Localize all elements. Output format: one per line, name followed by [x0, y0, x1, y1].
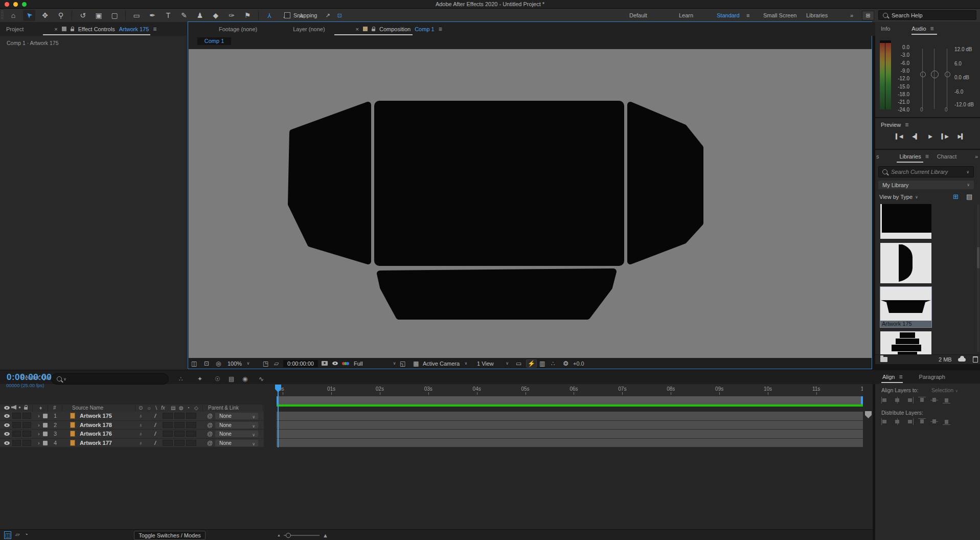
distribute-button[interactable]	[906, 418, 914, 425]
tab-character[interactable]: Charact	[937, 153, 957, 160]
channels-icon[interactable]	[343, 358, 349, 369]
workspace-menu-icon[interactable]: ≡	[746, 9, 749, 22]
close-tab-icon[interactable]: ×	[356, 26, 359, 32]
distribute-button[interactable]	[894, 418, 901, 425]
expand-layer-switches-icon[interactable]: ◫	[4, 531, 11, 539]
layer-row[interactable]: ›4Artwork 177♁/@None∨	[0, 439, 264, 448]
collapse-transformations-icon[interactable]: ♁	[139, 413, 143, 419]
snap-angle-icon[interactable]: ↗	[326, 12, 330, 19]
layer-switch-cell[interactable]	[186, 413, 196, 419]
rotation-tool[interactable]: ↺	[77, 10, 89, 21]
zoom-level-select[interactable]: 100% ∨	[227, 358, 249, 369]
monitor-icon[interactable]: ⊡	[204, 358, 209, 369]
layer-switch-cell[interactable]	[163, 440, 173, 446]
quality-icon[interactable]: /	[154, 440, 156, 446]
tab-project[interactable]: Project	[6, 26, 24, 32]
rectangle-tool[interactable]: ▭	[130, 10, 143, 21]
layer-duration-bar[interactable]	[277, 430, 863, 439]
view-layout-select[interactable]: 1 View ∨	[477, 358, 509, 369]
current-time-box[interactable]: 0:00:00:00	[283, 358, 318, 369]
layer-expand-icon[interactable]: ›	[38, 422, 40, 428]
tab-align[interactable]: Align	[882, 374, 895, 380]
master-level-slider[interactable]	[934, 49, 935, 109]
graph-editor-icon[interactable]: ∿	[259, 375, 264, 382]
align-to-select[interactable]: Selection ∨	[931, 387, 958, 393]
layer-switch-cell[interactable]	[163, 413, 173, 419]
panel-menu-icon[interactable]: ≡	[439, 26, 442, 33]
cloud-sync-icon[interactable]	[958, 358, 966, 362]
roto-brush-tool[interactable]: ✑	[225, 10, 238, 21]
comp-marker-bin-icon[interactable]	[865, 411, 872, 418]
workspace-default[interactable]: Default	[629, 9, 647, 22]
pan-behind-tool[interactable]: ▢	[108, 10, 121, 21]
pen-tool[interactable]: ✒	[146, 10, 158, 21]
previous-frame-button[interactable]: ◀▍	[912, 133, 919, 139]
layer-switch-cell[interactable]	[12, 422, 21, 428]
layer-expand-icon[interactable]: ›	[38, 440, 40, 446]
layer-row[interactable]: ›3Artwork 176♁/@None∨	[0, 430, 264, 439]
fit-icon[interactable]: ▭	[516, 358, 521, 369]
panel-menu-icon[interactable]: ≡	[925, 153, 929, 160]
left-level-slider[interactable]	[922, 49, 923, 109]
panel-menu-icon[interactable]: ≡	[899, 373, 902, 380]
parent-select[interactable]: None∨	[215, 440, 258, 446]
always-preview-icon[interactable]: ◫	[191, 358, 197, 369]
playhead[interactable]	[278, 385, 279, 447]
zoom-in-mountain-icon[interactable]: ▲	[323, 532, 328, 538]
resolution-select[interactable]: Full∨	[354, 358, 396, 369]
timeline-current-time[interactable]: 0:00:00:00	[7, 372, 52, 382]
timeline-search[interactable]: ∨	[51, 373, 169, 385]
work-area-end[interactable]	[861, 396, 863, 404]
layer-switch-cell[interactable]	[22, 422, 31, 428]
res-toggle-icon[interactable]: ◱	[400, 358, 405, 369]
align-button[interactable]	[906, 397, 914, 403]
layer-duration-bar[interactable]	[277, 412, 863, 421]
tab-info[interactable]: Info	[881, 26, 890, 32]
layer-switch-cell[interactable]	[12, 431, 21, 437]
library-item[interactable]	[880, 243, 931, 283]
trash-icon[interactable]	[973, 356, 978, 363]
slider-knob[interactable]	[931, 71, 939, 78]
layer-switch-cell[interactable]	[186, 440, 196, 446]
tab-composition-name[interactable]: Comp 1	[415, 26, 435, 32]
snapping-checkbox[interactable]	[284, 12, 290, 18]
lock-icon[interactable]	[71, 29, 74, 31]
layer-switch-cell[interactable]	[174, 422, 185, 428]
snap-box-icon[interactable]: ⊡	[337, 12, 342, 19]
collapse-transformations-icon[interactable]: ♁	[139, 440, 143, 446]
library-item-selected[interactable]: Artwork 175	[880, 287, 931, 327]
workspace-libraries[interactable]: Libraries	[806, 9, 828, 22]
lock-icon[interactable]	[372, 29, 375, 31]
mask-visibility-icon[interactable]: ▱	[274, 358, 279, 369]
workspace-overflow-icon[interactable]: »	[850, 9, 853, 22]
align-button[interactable]	[894, 397, 901, 403]
playhead-handle[interactable]	[275, 385, 281, 389]
camera-select[interactable]: Active Camera ∨	[423, 358, 467, 369]
view-by-type[interactable]: View by Type ∨	[879, 193, 918, 201]
layer-row[interactable]: ›1Artwork 175♁/@None∨	[0, 412, 264, 421]
distribute-button[interactable]	[943, 418, 950, 425]
layer-label-chip[interactable]	[43, 441, 48, 445]
layer-switch-cell[interactable]	[22, 431, 31, 437]
selection-tool[interactable]: ➤	[23, 10, 35, 21]
tab-footage[interactable]: Footage (none)	[219, 26, 257, 32]
type-tool[interactable]: T	[162, 10, 174, 21]
home-tool[interactable]: ⌂	[7, 10, 19, 21]
workspace-small-screen[interactable]: Small Screen	[763, 9, 796, 22]
quality-icon[interactable]: /	[154, 422, 156, 428]
draft-3d-icon[interactable]: ✦	[197, 375, 202, 382]
layer-name[interactable]: Artwork 176	[80, 431, 112, 437]
layer-expand-icon[interactable]: ›	[38, 431, 40, 437]
fast-previews-icon[interactable]: ⚡	[526, 358, 537, 369]
layer-visibility-icon[interactable]	[4, 440, 10, 446]
layer-label-chip[interactable]	[43, 432, 48, 436]
layer-switch-cell[interactable]	[12, 413, 21, 419]
time-ruler[interactable]: 0s01s02s03s04s05s06s07s08s09s10s11s12s	[277, 385, 863, 397]
layer-name[interactable]: Artwork 177	[80, 440, 112, 446]
composition-viewport[interactable]	[189, 49, 872, 358]
distribute-button[interactable]	[881, 418, 889, 425]
expand-in-out-icon[interactable]: ◔	[25, 531, 28, 537]
layer-switch-cell[interactable]	[174, 440, 185, 446]
layer-name[interactable]: Artwork 175	[80, 413, 112, 419]
exposure-shutter-icon[interactable]: ❂	[563, 358, 568, 369]
